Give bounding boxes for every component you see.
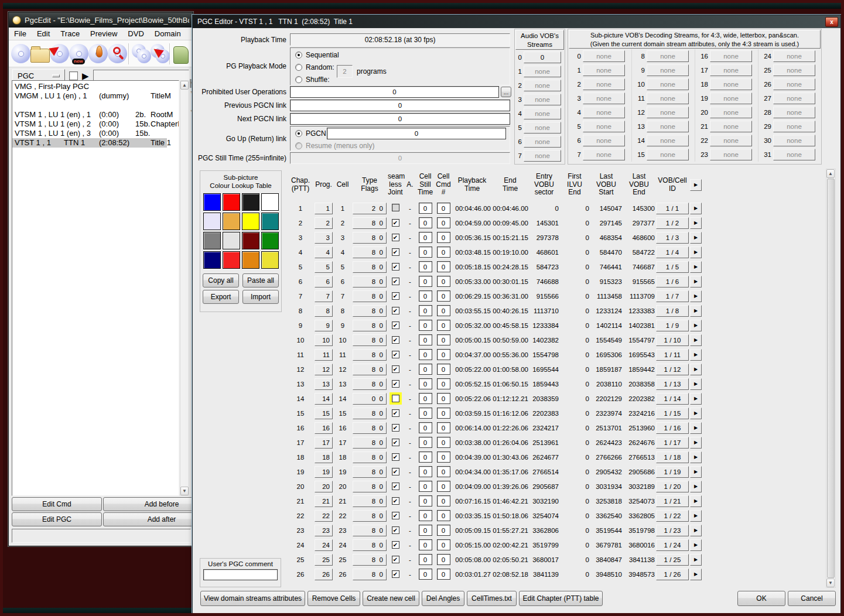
paste-all-button[interactable]: Paste all (242, 273, 279, 288)
subpicture-stream-button[interactable]: none (583, 121, 625, 132)
vob-cell-id-button[interactable]: 1 / 13 (656, 378, 689, 390)
pgc-list-item[interactable]: VTSM 1 , LU 1 (en) , 3(0:00)15b. (12, 129, 179, 138)
row-arrow-button[interactable]: ▶ (690, 422, 702, 434)
colour-swatch-15[interactable] (261, 251, 279, 269)
program-button[interactable]: 6 (315, 276, 333, 288)
audio-stream-button[interactable]: none (524, 66, 561, 77)
cell-still-time-field[interactable]: 0 (419, 320, 432, 331)
scroll-down-icon[interactable]: ▼ (180, 487, 189, 495)
cell-cmd-field[interactable]: 0 (437, 422, 450, 433)
radio-random[interactable]: Random: (295, 63, 334, 71)
seamless-checkbox[interactable]: ✔ (392, 556, 399, 563)
cell-still-time-field[interactable]: 0 (419, 554, 432, 565)
subpicture-stream-button[interactable]: none (710, 78, 752, 90)
celltimes-button[interactable]: CellTimes.txt (467, 591, 517, 606)
subpicture-stream-button[interactable]: none (647, 135, 689, 146)
type-flags-button[interactable]: 0 0 (353, 393, 387, 405)
seamless-checkbox[interactable]: ✔ (392, 292, 399, 300)
seamless-checkbox[interactable]: ✔ (392, 482, 399, 490)
vob-cell-id-button[interactable]: 1 / 17 (656, 437, 689, 449)
colour-swatch-7[interactable] (261, 213, 279, 230)
cell-still-time-field[interactable]: 0 (419, 305, 432, 316)
seamless-checkbox[interactable]: ✔ (392, 570, 399, 578)
cell-cmd-field[interactable]: 0 (437, 276, 450, 287)
type-flags-button[interactable]: 8 0 (353, 481, 387, 492)
cell-cmd-field[interactable]: 0 (437, 232, 450, 243)
type-flags-button[interactable]: 8 0 (353, 408, 387, 419)
pgc-list-item[interactable]: VTSM 1 , LU 1 (en) , 2(0:00)15b.ChapterM (12, 119, 179, 129)
pgc-list[interactable]: VMG , First-Play PGCVMGM , LU 1 (en) , 1… (12, 80, 179, 496)
del-angles-button[interactable]: Del Angles (422, 591, 464, 606)
type-flags-button[interactable]: 8 0 (353, 276, 387, 288)
kill-dvd-icon[interactable] (172, 42, 190, 66)
cell-cmd-field[interactable]: 0 (437, 569, 450, 580)
program-button[interactable]: 18 (315, 451, 333, 463)
row-arrow-button[interactable]: ▶ (690, 203, 702, 214)
row-arrow-button[interactable]: ▶ (690, 481, 702, 492)
subpicture-stream-button[interactable]: none (647, 93, 689, 104)
cell-cmd-field[interactable]: 0 (437, 510, 450, 521)
program-button[interactable]: 22 (315, 510, 333, 522)
colour-swatch-12[interactable] (203, 251, 221, 269)
type-flags-button[interactable]: 8 0 (353, 437, 387, 449)
program-button[interactable]: 12 (315, 364, 333, 375)
seamless-checkbox[interactable] (392, 204, 399, 211)
row-arrow-button[interactable]: ▶ (690, 290, 702, 302)
seamless-checkbox[interactable]: ✔ (392, 409, 399, 417)
row-arrow-button[interactable]: ▶ (690, 539, 702, 551)
close-icon[interactable]: x (825, 17, 838, 27)
colour-swatch-11[interactable] (261, 232, 279, 249)
cell-still-time-field[interactable]: 0 (419, 217, 432, 228)
cell-cmd-field[interactable]: 0 (437, 203, 450, 214)
pgc-entry-field[interactable] (93, 70, 189, 81)
subpicture-stream-button[interactable]: none (773, 93, 815, 104)
seamless-checkbox[interactable]: ✔ (392, 526, 399, 534)
subpicture-stream-button[interactable]: none (710, 107, 752, 118)
row-arrow-button[interactable]: ▶ (690, 393, 702, 405)
subpicture-stream-button[interactable]: none (647, 107, 689, 118)
colour-swatch-5[interactable] (223, 213, 240, 230)
program-button[interactable]: 20 (315, 481, 333, 492)
seamless-checkbox[interactable] (392, 395, 399, 402)
cell-cmd-field[interactable]: 0 (437, 408, 450, 419)
program-button[interactable]: 5 (315, 261, 333, 273)
subpicture-stream-button[interactable]: none (647, 78, 689, 90)
copy-all-button[interactable]: Copy all (203, 273, 239, 288)
type-flags-button[interactable]: 8 0 (353, 247, 387, 258)
row-arrow-button[interactable]: ▶ (690, 247, 702, 258)
row-arrow-button[interactable]: ▶ (690, 320, 702, 331)
column-arrow-button[interactable]: ▶ (690, 179, 702, 191)
vob-cell-id-button[interactable]: 1 / 25 (656, 554, 689, 566)
subpicture-stream-button[interactable]: none (583, 78, 625, 90)
type-flags-button[interactable]: 8 0 (353, 349, 387, 361)
vob-cell-id-button[interactable]: 1 / 24 (656, 539, 689, 551)
save-discs-icon[interactable]: ▶ (149, 42, 168, 66)
seamless-checkbox[interactable]: ✔ (392, 365, 399, 373)
colour-swatch-1[interactable] (223, 193, 240, 211)
cell-still-time-field[interactable]: 0 (419, 276, 432, 287)
cell-still-time-field[interactable]: 0 (419, 466, 432, 477)
seamless-checkbox[interactable]: ✔ (392, 512, 399, 519)
subpicture-stream-button[interactable]: none (710, 149, 752, 160)
type-flags-button[interactable]: 8 0 (353, 290, 387, 302)
cell-cmd-field[interactable]: 0 (437, 539, 450, 550)
cell-still-time-field[interactable]: 0 (419, 510, 432, 521)
seamless-checkbox[interactable]: ✔ (392, 380, 399, 388)
pgc-list-item[interactable]: VTST 1 , 1TTN 1(2:08:52)Title 1 (12, 138, 167, 148)
programs-count-field[interactable]: 2 (337, 65, 353, 78)
subpicture-stream-button[interactable]: none (583, 149, 625, 160)
cell-cmd-field[interactable]: 0 (437, 437, 450, 448)
seamless-checkbox[interactable]: ✔ (392, 336, 399, 344)
subpicture-stream-button[interactable]: none (710, 135, 752, 146)
type-flags-button[interactable]: 8 0 (353, 525, 387, 536)
radio-pgcn-icon[interactable] (295, 130, 302, 137)
row-arrow-button[interactable]: ▶ (690, 569, 702, 580)
type-flags-button[interactable]: 8 0 (353, 495, 387, 507)
program-button[interactable]: 13 (315, 378, 333, 390)
vob-cell-id-button[interactable]: 1 / 18 (656, 451, 689, 463)
program-button[interactable]: 21 (315, 495, 333, 507)
program-button[interactable]: 17 (315, 437, 333, 449)
row-arrow-button[interactable]: ▶ (690, 510, 702, 522)
cell-cmd-field[interactable]: 0 (437, 217, 450, 228)
play-triangle-icon[interactable]: ▶ (82, 71, 89, 80)
